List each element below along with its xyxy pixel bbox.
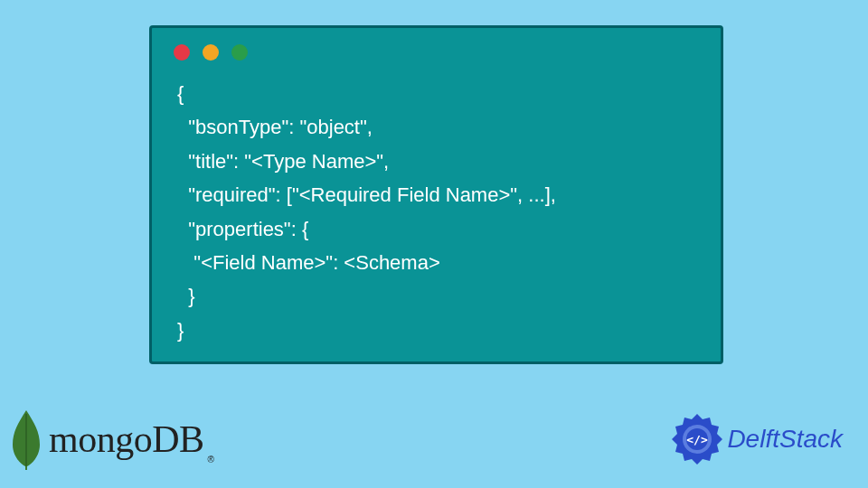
code-line: "bsonType": "object", (177, 116, 373, 138)
code-window: { "bsonType": "object", "title": "<Type … (149, 25, 723, 364)
maximize-icon (231, 44, 248, 61)
svg-text:</>: </> (687, 433, 709, 446)
code-line: "<Field Name>": <Schema> (177, 251, 440, 274)
window-controls (152, 28, 721, 68)
code-line: } (177, 319, 184, 342)
registered-mark: ® (208, 455, 214, 465)
mongodb-text: mongoDB (49, 418, 204, 461)
delftstack-logo: </> DelftStack (669, 411, 843, 467)
gear-icon: </> (669, 411, 725, 467)
footer: mongoDB ® </> DelftStack (0, 407, 868, 472)
code-line: } (177, 285, 195, 307)
leaf-icon (9, 407, 43, 472)
close-icon (174, 44, 190, 61)
minimize-icon (203, 44, 219, 61)
code-content: { "bsonType": "object", "title": "<Type … (152, 68, 721, 356)
delftstack-text: DelftStack (727, 425, 843, 454)
code-line: { (177, 82, 184, 105)
code-line: "required": ["<Required Field Name>", ..… (177, 183, 556, 206)
code-line: "title": "<Type Name>", (177, 150, 389, 173)
code-line: "properties": { (177, 218, 308, 240)
mongodb-logo: mongoDB ® (9, 407, 214, 472)
